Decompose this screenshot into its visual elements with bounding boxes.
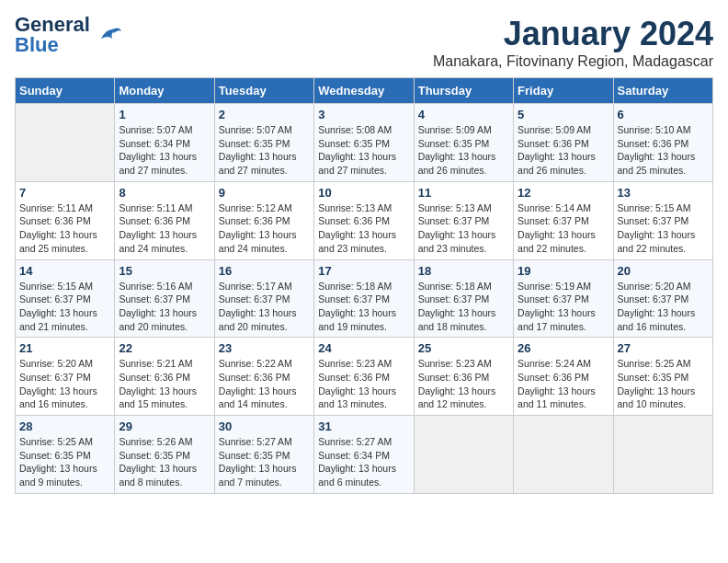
calendar-cell: 23 Sunrise: 5:22 AM Sunset: 6:36 PM Dayl… — [214, 338, 313, 416]
sunrise-text: Sunrise: 5:11 AM — [119, 202, 192, 213]
calendar-cell: 4 Sunrise: 5:09 AM Sunset: 6:35 PM Dayli… — [414, 104, 513, 182]
sunset-text: Sunset: 6:36 PM — [219, 215, 290, 226]
calendar-cell: 18 Sunrise: 5:18 AM Sunset: 6:37 PM Dayl… — [414, 259, 513, 338]
daylight-text: Daylight: 13 hours and 22 minutes. — [618, 229, 696, 254]
day-info: Sunrise: 5:17 AM Sunset: 6:37 PM Dayligh… — [219, 280, 310, 334]
day-number: 16 — [219, 264, 310, 278]
day-info: Sunrise: 5:15 AM Sunset: 6:37 PM Dayligh… — [618, 201, 709, 256]
daylight-text: Daylight: 13 hours and 27 minutes. — [119, 151, 197, 176]
sunrise-text: Sunrise: 5:21 AM — [119, 358, 192, 369]
day-info: Sunrise: 5:24 AM Sunset: 6:36 PM Dayligh… — [518, 357, 609, 411]
day-info: Sunrise: 5:08 AM Sunset: 6:35 PM Dayligh… — [318, 123, 409, 178]
weekday-header-row: SundayMondayTuesdayWednesdayThursdayFrid… — [16, 78, 713, 104]
sunrise-text: Sunrise: 5:10 AM — [618, 124, 691, 135]
daylight-text: Daylight: 13 hours and 26 minutes. — [418, 151, 496, 176]
daylight-text: Daylight: 13 hours and 11 minutes. — [518, 385, 596, 410]
day-number: 31 — [318, 419, 409, 433]
day-info: Sunrise: 5:11 AM Sunset: 6:36 PM Dayligh… — [119, 201, 210, 256]
day-number: 14 — [19, 264, 110, 278]
calendar-cell: 1 Sunrise: 5:07 AM Sunset: 6:34 PM Dayli… — [115, 104, 214, 182]
calendar-cell: 2 Sunrise: 5:07 AM Sunset: 6:35 PM Dayli… — [214, 104, 313, 182]
calendar-cell: 14 Sunrise: 5:15 AM Sunset: 6:37 PM Dayl… — [16, 259, 115, 338]
weekday-header-friday: Friday — [514, 78, 613, 104]
sunset-text: Sunset: 6:37 PM — [318, 293, 390, 304]
daylight-text: Daylight: 13 hours and 20 minutes. — [119, 307, 197, 332]
sunrise-text: Sunrise: 5:24 AM — [518, 358, 591, 369]
calendar-cell: 22 Sunrise: 5:21 AM Sunset: 6:36 PM Dayl… — [115, 338, 214, 416]
day-info: Sunrise: 5:18 AM Sunset: 6:37 PM Dayligh… — [318, 280, 409, 334]
day-info: Sunrise: 5:07 AM Sunset: 6:34 PM Dayligh… — [119, 123, 210, 178]
weekday-header-tuesday: Tuesday — [214, 78, 313, 104]
day-info: Sunrise: 5:25 AM Sunset: 6:35 PM Dayligh… — [618, 357, 709, 411]
sunset-text: Sunset: 6:35 PM — [119, 450, 190, 461]
calendar-week-row: 21 Sunrise: 5:20 AM Sunset: 6:37 PM Dayl… — [16, 338, 713, 416]
daylight-text: Daylight: 13 hours and 13 minutes. — [318, 385, 396, 410]
day-info: Sunrise: 5:23 AM Sunset: 6:36 PM Dayligh… — [318, 357, 409, 411]
sunrise-text: Sunrise: 5:08 AM — [318, 124, 392, 135]
daylight-text: Daylight: 13 hours and 16 minutes. — [19, 385, 97, 410]
sunset-text: Sunset: 6:37 PM — [518, 215, 589, 226]
daylight-text: Daylight: 13 hours and 21 minutes. — [19, 307, 97, 332]
sunset-text: Sunset: 6:36 PM — [618, 138, 689, 149]
sunset-text: Sunset: 6:36 PM — [318, 372, 390, 383]
sunset-text: Sunset: 6:37 PM — [219, 293, 290, 304]
daylight-text: Daylight: 13 hours and 12 minutes. — [418, 385, 496, 410]
daylight-text: Daylight: 13 hours and 24 minutes. — [119, 229, 197, 254]
day-number: 5 — [518, 108, 609, 121]
calendar-cell — [16, 104, 115, 182]
sunrise-text: Sunrise: 5:15 AM — [618, 202, 691, 213]
sunrise-text: Sunrise: 5:19 AM — [518, 281, 591, 292]
sunset-text: Sunset: 6:37 PM — [19, 372, 91, 383]
sunrise-text: Sunrise: 5:07 AM — [119, 124, 192, 135]
sunrise-text: Sunrise: 5:07 AM — [219, 124, 292, 135]
sunset-text: Sunset: 6:37 PM — [19, 293, 91, 304]
calendar-cell: 7 Sunrise: 5:11 AM Sunset: 6:36 PM Dayli… — [16, 181, 115, 259]
day-number: 30 — [219, 419, 310, 433]
sunrise-text: Sunrise: 5:27 AM — [219, 436, 292, 447]
day-info: Sunrise: 5:10 AM Sunset: 6:36 PM Dayligh… — [618, 123, 709, 178]
day-number: 11 — [418, 186, 509, 200]
sunset-text: Sunset: 6:36 PM — [518, 138, 589, 149]
weekday-header-sunday: Sunday — [16, 78, 115, 104]
sunset-text: Sunset: 6:37 PM — [418, 215, 490, 226]
sunset-text: Sunset: 6:34 PM — [119, 138, 190, 149]
title-area: January 2024 Manakara, Fitovinany Region… — [433, 15, 713, 70]
sunset-text: Sunset: 6:35 PM — [219, 450, 290, 461]
sunset-text: Sunset: 6:35 PM — [19, 450, 91, 461]
sunset-text: Sunset: 6:37 PM — [618, 293, 689, 304]
sunset-text: Sunset: 6:36 PM — [19, 215, 91, 226]
day-info: Sunrise: 5:19 AM Sunset: 6:37 PM Dayligh… — [518, 280, 609, 334]
day-info: Sunrise: 5:23 AM Sunset: 6:36 PM Dayligh… — [418, 357, 509, 411]
day-info: Sunrise: 5:12 AM Sunset: 6:36 PM Dayligh… — [219, 201, 310, 256]
sunrise-text: Sunrise: 5:13 AM — [418, 202, 492, 213]
day-number: 6 — [618, 108, 709, 121]
daylight-text: Daylight: 13 hours and 8 minutes. — [119, 463, 197, 488]
day-info: Sunrise: 5:21 AM Sunset: 6:36 PM Dayligh… — [119, 357, 210, 411]
calendar-week-row: 1 Sunrise: 5:07 AM Sunset: 6:34 PM Dayli… — [16, 104, 713, 182]
sunrise-text: Sunrise: 5:11 AM — [19, 202, 93, 213]
day-number: 29 — [119, 419, 210, 433]
day-number: 8 — [119, 186, 210, 200]
logo-general: General — [15, 15, 90, 35]
daylight-text: Daylight: 13 hours and 16 minutes. — [618, 307, 696, 332]
calendar-cell: 24 Sunrise: 5:23 AM Sunset: 6:36 PM Dayl… — [314, 338, 414, 416]
sunrise-text: Sunrise: 5:25 AM — [19, 436, 93, 447]
daylight-text: Daylight: 13 hours and 17 minutes. — [518, 307, 596, 332]
daylight-text: Daylight: 13 hours and 10 minutes. — [618, 385, 696, 410]
calendar-cell: 11 Sunrise: 5:13 AM Sunset: 6:37 PM Dayl… — [414, 181, 513, 259]
day-number: 13 — [618, 186, 709, 200]
sunrise-text: Sunrise: 5:14 AM — [518, 202, 591, 213]
calendar-cell: 3 Sunrise: 5:08 AM Sunset: 6:35 PM Dayli… — [314, 104, 414, 182]
day-number: 3 — [318, 108, 409, 121]
day-info: Sunrise: 5:15 AM Sunset: 6:37 PM Dayligh… — [19, 280, 110, 334]
calendar-cell: 30 Sunrise: 5:27 AM Sunset: 6:35 PM Dayl… — [214, 416, 313, 494]
daylight-text: Daylight: 13 hours and 25 minutes. — [19, 229, 97, 254]
calendar-cell: 26 Sunrise: 5:24 AM Sunset: 6:36 PM Dayl… — [514, 338, 613, 416]
day-info: Sunrise: 5:16 AM Sunset: 6:37 PM Dayligh… — [119, 280, 210, 334]
day-number: 21 — [19, 341, 110, 355]
header: General Blue January 2024 Manakara, Fito… — [15, 15, 713, 70]
sunrise-text: Sunrise: 5:12 AM — [219, 202, 292, 213]
sunset-text: Sunset: 6:37 PM — [418, 293, 490, 304]
day-info: Sunrise: 5:22 AM Sunset: 6:36 PM Dayligh… — [219, 357, 310, 411]
sunrise-text: Sunrise: 5:15 AM — [19, 281, 93, 292]
